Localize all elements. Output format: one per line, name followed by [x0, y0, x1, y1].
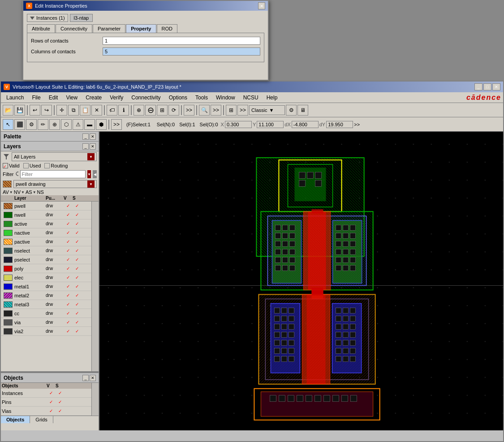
menu-help[interactable]: Help: [263, 94, 281, 102]
menu-file[interactable]: File: [28, 94, 44, 102]
current-layer-dropdown[interactable]: pwell drawing ▼: [13, 180, 97, 188]
y-coord-input[interactable]: [257, 121, 284, 128]
layer-row-pwell[interactable]: pwell drw ✓ ✓: [1, 202, 91, 210]
more4-button[interactable]: >>: [111, 119, 122, 130]
tab-grids[interactable]: Grids: [30, 416, 53, 423]
redo-button[interactable]: ↪: [41, 105, 52, 116]
layer-row-metal3[interactable]: metal3 drw ✓ ✓: [1, 300, 91, 309]
select-button[interactable]: ↖: [3, 119, 13, 130]
tool3[interactable]: ⚙: [26, 119, 37, 130]
minimize-button[interactable]: _: [474, 83, 482, 90]
tool5[interactable]: ⊕: [49, 119, 60, 130]
undo-button[interactable]: ↩: [30, 105, 40, 116]
ns-item[interactable]: NS: [37, 189, 44, 195]
zoom2-button[interactable]: 🔍: [199, 105, 210, 116]
info-button[interactable]: ℹ: [118, 105, 129, 116]
open-button[interactable]: 📂: [3, 105, 13, 116]
layer-row-metal1[interactable]: metal1 drw ✓ ✓: [1, 282, 91, 291]
layer-row-nwell[interactable]: nwell drw ✓ ✓: [1, 210, 91, 219]
classic-dropdown[interactable]: Classic ▼: [249, 105, 285, 115]
layer-row-via[interactable]: via drw ✓ ✓: [1, 318, 91, 327]
filter-dropdown-btn[interactable]: ▼: [87, 170, 91, 178]
paste-button[interactable]: 📋: [80, 105, 90, 116]
objects-minimize-btn[interactable]: _: [82, 375, 89, 381]
tab-objects[interactable]: Objects: [1, 416, 30, 423]
x-coord-input[interactable]: [225, 121, 252, 128]
layer-row-active[interactable]: active drw ✓ ✓: [1, 219, 91, 228]
zoom-out-button[interactable]: ⊖: [145, 105, 156, 116]
tag-button[interactable]: 🏷: [107, 105, 117, 116]
layers-minimize-btn[interactable]: _: [82, 143, 89, 150]
dy-coord-input[interactable]: [326, 121, 353, 128]
more5-indicator[interactable]: >>: [354, 122, 360, 127]
delete-button[interactable]: ✕: [91, 105, 102, 116]
close-button[interactable]: ✕: [492, 83, 500, 90]
tool6[interactable]: ⬡: [61, 119, 72, 130]
layer-row-elec[interactable]: elec drw ✓ ✓: [1, 273, 91, 282]
monitor-button[interactable]: 🖥: [297, 105, 308, 116]
filter-input[interactable]: [20, 170, 86, 178]
refresh-button[interactable]: ⟳: [168, 105, 179, 116]
layer-row-pselect[interactable]: pselect drw ✓ ✓: [1, 255, 91, 264]
objects-close-btn[interactable]: ✕: [90, 375, 96, 381]
routing-checkbox[interactable]: [44, 163, 50, 168]
tab-parameter[interactable]: Parameter: [93, 24, 125, 33]
tab-property[interactable]: Property: [126, 24, 156, 33]
objects-scrollbar[interactable]: [91, 383, 99, 416]
menu-tools[interactable]: Tools: [192, 94, 211, 102]
move-button[interactable]: ✛: [56, 105, 67, 116]
tool7[interactable]: ⚠: [73, 119, 83, 130]
used-checkbox-item[interactable]: Used: [23, 163, 41, 168]
valid-checkbox-item[interactable]: ✓ Valid: [3, 163, 20, 168]
obj-row-instances[interactable]: Instances ✓ ✓: [1, 389, 91, 398]
used-checkbox[interactable]: [23, 163, 29, 168]
layer-row-nactive[interactable]: nactive drw ✓ ✓: [1, 228, 91, 237]
tab-connectivity[interactable]: Connectivity: [56, 24, 92, 33]
valid-checkbox[interactable]: ✓: [3, 163, 8, 168]
dx-coord-input[interactable]: [292, 121, 319, 128]
fit-button[interactable]: ⊞: [157, 105, 168, 116]
menu-create[interactable]: Create: [82, 94, 105, 102]
menu-options[interactable]: Options: [165, 94, 191, 102]
alllayers-dropdown[interactable]: All Layers ▼: [12, 152, 97, 161]
layer-list-scroll[interactable]: pwell drw ✓ ✓ nwell drw ✓ ✓: [1, 202, 91, 371]
zoom-in-button[interactable]: ⊕: [134, 105, 144, 116]
menu-window[interactable]: Window: [212, 94, 239, 102]
menu-launch[interactable]: Launch: [3, 94, 27, 102]
menu-view[interactable]: View: [62, 94, 81, 102]
tool9[interactable]: ⬢: [96, 119, 107, 130]
layer-row-nselect[interactable]: nselect drw ✓ ✓: [1, 246, 91, 255]
palette-minimize-btn[interactable]: _: [82, 133, 89, 140]
layer-row-pactive[interactable]: pactive drw ✓ ✓: [1, 237, 91, 246]
layer-row-via2[interactable]: via2 drw ✓ ✓: [1, 327, 91, 336]
more-button[interactable]: >>: [184, 105, 194, 116]
palette-close-btn[interactable]: ✕: [90, 133, 96, 140]
layers-close-btn[interactable]: ✕: [90, 143, 96, 150]
layout-button[interactable]: ⊞: [226, 105, 237, 116]
menu-edit[interactable]: Edit: [45, 94, 62, 102]
obj-row-vias[interactable]: Vias ✓ ✓: [1, 407, 91, 416]
copy-button[interactable]: ⧉: [68, 105, 79, 116]
tool2[interactable]: ⬛: [14, 119, 25, 130]
av-item[interactable]: AV ▼: [3, 189, 13, 195]
tab-attribute[interactable]: Attribute: [27, 24, 55, 33]
routing-checkbox-item[interactable]: Routing: [44, 163, 68, 168]
obj-row-pins[interactable]: Pins ✓ ✓: [1, 398, 91, 407]
as-item[interactable]: AS ▼: [26, 189, 36, 195]
settings-button[interactable]: ⚙: [286, 105, 297, 116]
layer-row-cc[interactable]: cc drw ✓ ✓: [1, 309, 91, 318]
canvas-area[interactable]: [99, 132, 503, 430]
rows-input[interactable]: [103, 37, 260, 45]
filter-more-btn[interactable]: ◀: [93, 170, 97, 178]
menu-connectivity[interactable]: Connectivity: [128, 94, 164, 102]
menu-verify[interactable]: Verify: [106, 94, 127, 102]
cols-input[interactable]: [103, 47, 260, 56]
layer-row-poly[interactable]: poly drw ✓ ✓: [1, 264, 91, 273]
more2-button[interactable]: >>: [211, 105, 221, 116]
nv-item[interactable]: NV ▼: [14, 189, 25, 195]
instance-item[interactable]: l3-ntap: [70, 14, 93, 22]
layer-list-scrollbar[interactable]: [91, 202, 99, 371]
tool8[interactable]: ▬: [84, 119, 95, 130]
save-button[interactable]: 💾: [14, 105, 25, 116]
more3-button[interactable]: >>: [237, 105, 248, 116]
